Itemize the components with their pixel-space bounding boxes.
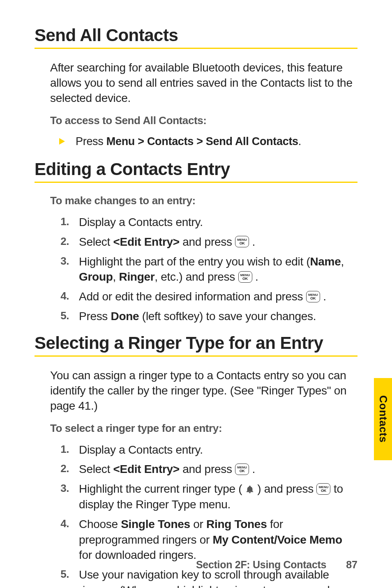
side-tab-contacts: Contacts [374, 378, 392, 460]
step-number: 4. [58, 517, 69, 563]
step-text: Display a Contacts entry. [79, 442, 203, 458]
editing-sub: To make changes to an entry: [50, 194, 354, 207]
step-number: 2. [58, 461, 69, 477]
bell-icon [245, 485, 254, 494]
menu-ok-key-icon: MENUOK [316, 483, 330, 495]
step-text: Display a Contacts entry. [79, 214, 203, 230]
step-number: 1. [58, 442, 69, 458]
step-number: 4. [58, 289, 69, 304]
page-footer: Section 2F: Using Contacts 87 [0, 559, 392, 571]
menu-ok-key-icon: MENUOK [238, 271, 252, 283]
step-text: Add or edit the desired information and … [79, 289, 326, 304]
footer-section: Section 2F: Using Contacts [196, 559, 326, 571]
step-number: 1. [58, 214, 69, 230]
menu-ok-key-icon: MENUOK [235, 463, 249, 475]
step-number: 3. [58, 481, 69, 512]
ringer-intro: You can assign a ringer type to a Contac… [50, 368, 354, 414]
menu-ok-key-icon: MENUOK [235, 236, 249, 247]
triangle-bullet-icon [58, 134, 66, 149]
step-text: Highlight the part of the entry you wish… [79, 254, 354, 285]
step-number: 2. [58, 234, 69, 250]
send-all-sub: To access to Send All Contacts: [50, 114, 354, 127]
heading-selecting-ringer: Selecting a Ringer Type for an Entry [35, 333, 357, 357]
heading-editing-contacts: Editing a Contacts Entry [35, 159, 357, 183]
step-text: Select <Edit Entry> and press MENUOK . [79, 234, 255, 250]
send-all-bullet: Press Menu > Contacts > Send All Contact… [50, 134, 354, 149]
step-number: 3. [58, 254, 69, 285]
send-all-intro: After searching for available Bluetooth … [50, 60, 354, 106]
step-text: Press Done (left softkey) to save your c… [79, 309, 316, 324]
send-all-bullet-text: Press Menu > Contacts > Send All Contact… [76, 134, 301, 149]
footer-page-number: 87 [346, 559, 357, 571]
menu-ok-key-icon: MENUOK [306, 291, 320, 302]
step-text: Select <Edit Entry> and press MENUOK . [79, 461, 255, 477]
step-text: Choose Single Tones or Ring Tones for pr… [79, 517, 354, 563]
heading-send-all-contacts: Send All Contacts [35, 25, 357, 49]
ringer-sub: To select a ringer type for an entry: [50, 422, 354, 435]
step-number: 5. [58, 309, 69, 324]
step-text: Highlight the current ringer type ( ) an… [79, 481, 354, 512]
editing-steps: 1. Display a Contacts entry. 2. Select <… [50, 214, 354, 324]
side-tab-label: Contacts [377, 395, 390, 443]
